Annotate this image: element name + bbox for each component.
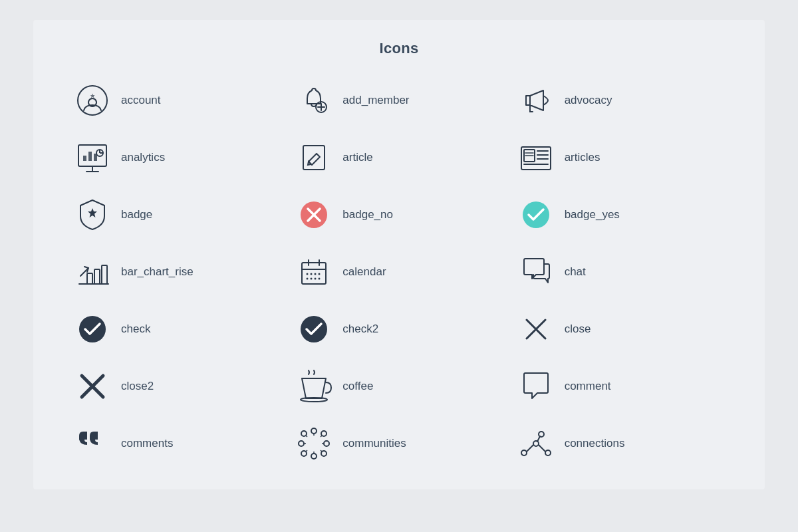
list-item: calendar bbox=[295, 253, 503, 291]
svg-line-66 bbox=[306, 450, 307, 452]
add-member-label: add_member bbox=[342, 94, 409, 107]
list-item: bar_chart_rise bbox=[73, 253, 281, 291]
svg-point-37 bbox=[307, 273, 309, 275]
list-item: badge_no bbox=[295, 196, 503, 234]
analytics-icon bbox=[73, 138, 112, 177]
connections-icon bbox=[517, 424, 555, 463]
svg-rect-6 bbox=[83, 156, 86, 161]
comment-label: comment bbox=[565, 380, 611, 393]
close2-icon bbox=[73, 367, 112, 406]
list-item: badge bbox=[73, 196, 281, 234]
badge-icon bbox=[73, 196, 112, 234]
svg-point-58 bbox=[301, 451, 307, 456]
svg-line-67 bbox=[321, 450, 322, 452]
comments-label: comments bbox=[121, 437, 173, 450]
svg-line-72 bbox=[527, 445, 533, 452]
list-item: close bbox=[517, 310, 725, 348]
svg-point-27 bbox=[523, 201, 549, 228]
list-item: close2 bbox=[73, 367, 281, 406]
article-label: article bbox=[342, 151, 372, 164]
list-item: analytics bbox=[73, 138, 281, 177]
svg-marker-23 bbox=[88, 208, 97, 217]
page-title: Icons bbox=[73, 40, 725, 57]
advocacy-icon bbox=[517, 81, 555, 120]
badge-no-label: badge_no bbox=[342, 208, 393, 221]
list-item: add_member bbox=[295, 81, 503, 120]
badge-no-icon bbox=[295, 196, 333, 234]
article-icon bbox=[295, 138, 333, 177]
svg-point-39 bbox=[315, 273, 317, 275]
list-item: chat bbox=[517, 253, 725, 291]
svg-rect-31 bbox=[102, 265, 107, 284]
list-item: advocacy bbox=[517, 81, 725, 120]
svg-rect-30 bbox=[94, 269, 100, 284]
check-icon bbox=[73, 310, 112, 348]
close-icon bbox=[517, 310, 555, 348]
svg-rect-29 bbox=[87, 273, 92, 284]
comments-icon bbox=[73, 424, 112, 463]
svg-line-64 bbox=[306, 436, 307, 437]
badge-yes-label: badge_yes bbox=[565, 208, 620, 221]
svg-point-52 bbox=[311, 428, 317, 434]
check-label: check bbox=[121, 323, 150, 336]
badge-yes-icon bbox=[517, 196, 555, 234]
svg-point-44 bbox=[319, 278, 321, 280]
svg-point-53 bbox=[311, 454, 317, 459]
svg-point-46 bbox=[301, 316, 327, 342]
list-item: comment bbox=[517, 367, 725, 406]
svg-point-68 bbox=[521, 450, 527, 456]
articles-label: articles bbox=[565, 151, 600, 164]
list-item: communities bbox=[295, 424, 503, 463]
articles-icon bbox=[517, 138, 555, 177]
bar-chart-rise-label: bar_chart_rise bbox=[121, 265, 194, 279]
communities-label: communities bbox=[342, 437, 406, 450]
analytics-label: analytics bbox=[121, 151, 165, 164]
chat-icon bbox=[517, 253, 555, 291]
close-label: close bbox=[565, 323, 591, 336]
svg-point-41 bbox=[307, 278, 309, 280]
svg-point-38 bbox=[311, 273, 313, 275]
chat-label: chat bbox=[565, 265, 586, 279]
account-label: account bbox=[121, 94, 161, 107]
add-member-icon bbox=[295, 81, 333, 120]
svg-line-65 bbox=[321, 436, 322, 437]
comment-icon bbox=[517, 367, 555, 406]
svg-point-45 bbox=[79, 316, 106, 342]
account-icon bbox=[73, 81, 112, 120]
svg-point-42 bbox=[311, 278, 313, 280]
close2-label: close2 bbox=[121, 380, 154, 393]
badge-label: badge bbox=[121, 208, 152, 221]
advocacy-label: advocacy bbox=[565, 94, 612, 107]
list-item: badge_yes bbox=[517, 196, 725, 234]
coffee-label: coffee bbox=[342, 380, 373, 393]
list-item: account bbox=[73, 81, 281, 120]
list-item: article bbox=[295, 138, 503, 177]
svg-point-43 bbox=[315, 278, 317, 280]
icons-page: Icons account bbox=[33, 20, 765, 489]
list-item: connections bbox=[517, 424, 725, 463]
list-item: coffee bbox=[295, 367, 503, 406]
svg-rect-14 bbox=[303, 146, 325, 170]
svg-point-70 bbox=[545, 450, 551, 456]
calendar-label: calendar bbox=[342, 265, 386, 279]
svg-point-56 bbox=[301, 431, 307, 436]
icon-grid: account add_member bbox=[73, 81, 725, 463]
svg-rect-33 bbox=[302, 263, 326, 284]
connections-label: connections bbox=[565, 437, 625, 450]
communities-icon bbox=[295, 424, 333, 463]
svg-point-51 bbox=[301, 398, 327, 402]
list-item: comments bbox=[73, 424, 281, 463]
svg-marker-1 bbox=[90, 93, 95, 98]
check2-label: check2 bbox=[342, 323, 378, 336]
svg-point-0 bbox=[78, 86, 107, 115]
svg-point-54 bbox=[299, 441, 304, 446]
bar-chart-rise-icon bbox=[73, 253, 112, 291]
svg-line-74 bbox=[537, 436, 540, 442]
list-item: check bbox=[73, 310, 281, 348]
check2-icon bbox=[295, 310, 333, 348]
svg-point-55 bbox=[324, 441, 329, 446]
svg-point-57 bbox=[321, 431, 327, 436]
list-item: check2 bbox=[295, 310, 503, 348]
svg-point-59 bbox=[321, 451, 327, 456]
calendar-icon bbox=[295, 253, 333, 291]
